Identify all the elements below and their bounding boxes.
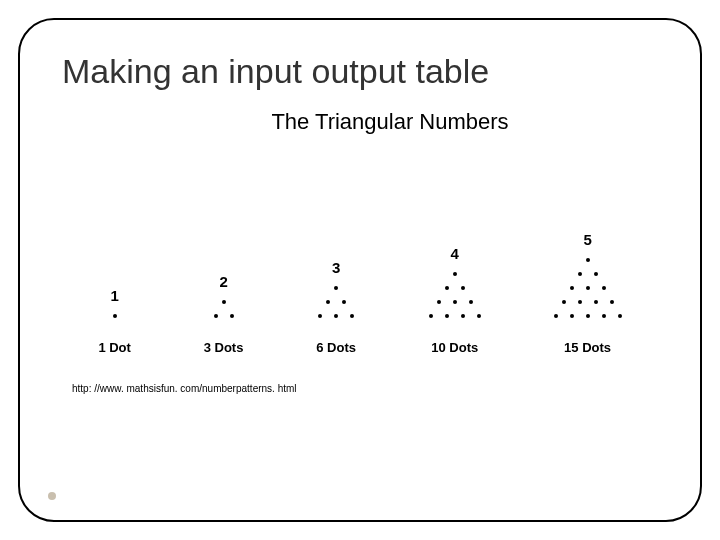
decor-dot-icon — [48, 492, 56, 500]
triangles-row: 1 1 Dot 2 3 Dots 3 6 Dots 4 10 Dots 5 15… — [52, 165, 668, 355]
dot-icon — [453, 300, 457, 304]
source-text: http: //www. mathsisfun. com/numberpatte… — [72, 383, 668, 394]
dot-icon — [318, 314, 322, 318]
dot-icon — [594, 300, 598, 304]
dot-icon — [326, 300, 330, 304]
dot-icon — [570, 286, 574, 290]
dot-icon — [610, 300, 614, 304]
triangle-index: 3 — [332, 259, 340, 276]
dot-icon — [586, 258, 590, 262]
triangle-4: 4 10 Dots — [429, 245, 481, 355]
dot-icon — [342, 300, 346, 304]
dot-icon — [334, 286, 338, 290]
dot-icon — [445, 286, 449, 290]
triangle-label: 1 Dot — [98, 340, 131, 355]
dot-icon — [477, 314, 481, 318]
triangle-dots — [429, 272, 481, 328]
dot-icon — [461, 286, 465, 290]
dot-icon — [461, 314, 465, 318]
dot-icon — [445, 314, 449, 318]
triangle-dots — [318, 286, 354, 328]
slide-frame: Making an input output table The Triangu… — [18, 18, 702, 522]
dot-icon — [594, 272, 598, 276]
dot-icon — [586, 286, 590, 290]
dot-icon — [350, 314, 354, 318]
dot-icon — [602, 314, 606, 318]
triangle-dots — [554, 258, 622, 328]
dot-row — [113, 314, 117, 318]
dot-icon — [429, 314, 433, 318]
dot-icon — [113, 314, 117, 318]
triangle-dots — [214, 300, 234, 328]
dot-icon — [562, 300, 566, 304]
dot-icon — [334, 314, 338, 318]
triangle-label: 3 Dots — [204, 340, 244, 355]
dot-icon — [586, 314, 590, 318]
dot-icon — [554, 314, 558, 318]
dot-icon — [618, 314, 622, 318]
triangle-label: 10 Dots — [431, 340, 478, 355]
triangle-index: 2 — [219, 273, 227, 290]
dot-icon — [578, 300, 582, 304]
dot-icon — [437, 300, 441, 304]
dot-row — [453, 272, 457, 276]
dot-icon — [570, 314, 574, 318]
triangle-5: 5 15 Dots — [554, 231, 622, 355]
dot-icon — [214, 314, 218, 318]
dot-row — [429, 314, 481, 318]
dot-icon — [230, 314, 234, 318]
dot-row — [326, 300, 346, 304]
dot-row — [570, 286, 606, 290]
dot-icon — [602, 286, 606, 290]
dot-row — [334, 286, 338, 290]
triangle-index: 4 — [451, 245, 459, 262]
triangle-dots — [113, 314, 117, 328]
triangle-label: 15 Dots — [564, 340, 611, 355]
dot-row — [554, 314, 622, 318]
subtitle: The Triangular Numbers — [112, 109, 668, 135]
triangle-3: 3 6 Dots — [316, 259, 356, 355]
dot-row — [318, 314, 354, 318]
dot-icon — [453, 272, 457, 276]
dot-row — [214, 314, 234, 318]
triangle-1: 1 1 Dot — [98, 287, 131, 355]
page-title: Making an input output table — [62, 52, 668, 91]
dot-row — [578, 272, 598, 276]
dot-icon — [578, 272, 582, 276]
triangle-label: 6 Dots — [316, 340, 356, 355]
dot-row — [562, 300, 614, 304]
triangle-index: 1 — [110, 287, 118, 304]
dot-row — [437, 300, 473, 304]
dot-row — [586, 258, 590, 262]
triangle-index: 5 — [583, 231, 591, 248]
dot-icon — [222, 300, 226, 304]
dot-row — [445, 286, 465, 290]
dot-row — [222, 300, 226, 304]
dot-icon — [469, 300, 473, 304]
triangle-2: 2 3 Dots — [204, 273, 244, 355]
